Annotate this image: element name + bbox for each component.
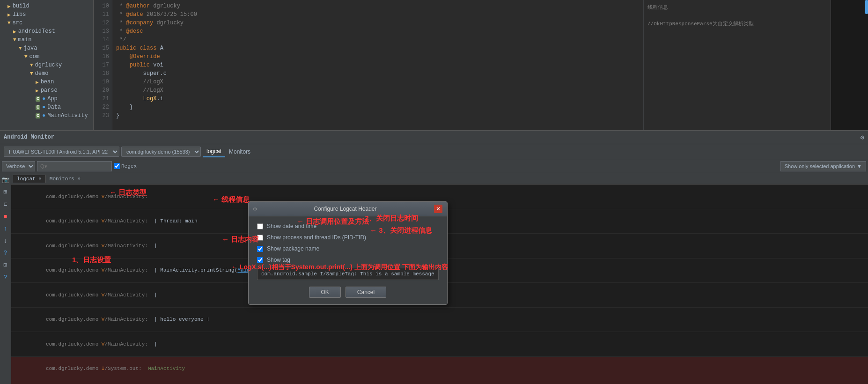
regex-label: Regex (114, 163, 137, 169)
code-editor: 10111213 14151617 18192021 2223 * @autho… (94, 0, 643, 130)
tab-monitors[interactable]: Monitors (225, 147, 254, 157)
log-tabs: logcat Monitors (203, 146, 254, 157)
log-line: com.dgrlucky.demo V/MainActivity: | hell… (11, 308, 868, 332)
show-tag-label: Show tag (267, 257, 290, 263)
tree-item-parse[interactable]: ▶ parse (0, 86, 93, 95)
search-input[interactable] (37, 161, 112, 171)
left-toolbar: 📷 ⊞ ⊏ ■ ↑ ↓ ? ⊡ ? (0, 173, 11, 384)
tree-item-data[interactable]: C ● Data (0, 103, 93, 111)
tree-item-src[interactable]: ▼ src (0, 19, 93, 27)
modal-option-1: Show date and time (257, 223, 439, 229)
modal-ok-button[interactable]: OK (309, 287, 340, 298)
stop-icon[interactable]: ■ (1, 212, 10, 221)
show-pid-checkbox[interactable] (257, 235, 263, 241)
app-selector[interactable]: com.dgrlucky.demo (15533) (121, 147, 201, 157)
log-line-system-1: com.dgrlucky.demo I/System.out: MainActi… (11, 357, 868, 382)
minimap (831, 0, 868, 130)
tree-item-java[interactable]: ▼ java (0, 44, 93, 52)
layout-icon[interactable]: ⊞ (1, 187, 10, 197)
tree-item-com[interactable]: ▼ com (0, 52, 93, 61)
device-toolbar: HUAWEI SCL-TL00H Android 5.1.1, API 22 c… (0, 144, 868, 159)
android-monitor-bar: Android Monitor ⚙ (0, 130, 868, 144)
file-tree: ▶ build ▶ libs ▼ src ▶ androidTest ▼ mai… (0, 0, 94, 130)
configure-logcat-dialog: ⚙ Configure Logcat Header ✕ Show date an… (248, 201, 448, 305)
code-content: * @author dgrlucky * @date 2016/3/25 15:… (112, 0, 643, 130)
modal-buttons: OK Cancel (257, 287, 439, 298)
tree-item-main[interactable]: ▼ main (0, 36, 93, 44)
regex-checkbox[interactable] (114, 163, 120, 169)
show-package-checkbox[interactable] (257, 246, 263, 252)
modal-body: Show date and time Show process and thre… (249, 216, 447, 304)
show-only-button[interactable]: Show only selected application ▼ (780, 161, 866, 171)
camera-icon[interactable]: 📷 (1, 175, 10, 185)
modal-title: Configure Logcat Header (314, 206, 376, 212)
verbose-select[interactable]: Verbose (2, 161, 35, 171)
tree-item-bean[interactable]: ▶ bean (0, 78, 93, 86)
modal-close-button[interactable]: ✕ (434, 205, 442, 213)
modal-option-3: Show package name (257, 245, 439, 252)
settings-icon[interactable]: ⊡ (1, 260, 10, 270)
tree-item-dgrlucky[interactable]: ▼ dgrlucky (0, 61, 93, 69)
monitor-title: Android Monitor (4, 134, 54, 140)
up-icon[interactable]: ↑ (1, 224, 10, 233)
gear-icon[interactable]: ⚙ (861, 133, 864, 141)
show-pid-label: Show process and thread IDs (PID-TID) (267, 234, 366, 241)
device-selector[interactable]: HUAWEI SCL-TL00H Android 5.1.1, API 22 (4, 147, 119, 157)
tree-item-demo[interactable]: ▼ demo (0, 69, 93, 78)
hierarchy-icon[interactable]: ⊏ (1, 199, 10, 209)
show-date-label: Show date and time (267, 223, 316, 229)
modal-cancel-button[interactable]: Cancel (346, 287, 386, 298)
line-numbers: 10111213 14151617 18192021 2223 (94, 0, 112, 130)
show-date-checkbox[interactable] (257, 223, 263, 229)
tree-item-mainactivity[interactable]: C ● MainActivity (0, 111, 93, 120)
tree-item-libs[interactable]: ▶ libs (0, 10, 93, 19)
down-icon[interactable]: ↓ (1, 236, 10, 245)
log-line-system-2: com.dgrlucky.demo I/System.out: => hello… (11, 381, 868, 384)
modal-header: ⚙ Configure Logcat Header ✕ (249, 202, 447, 216)
modal-option-4: Show tag (257, 257, 439, 263)
modal-preview: com.android.sample I/SampleTag: This is … (257, 268, 439, 280)
question-icon[interactable]: ? (1, 248, 10, 258)
dropdown-arrow-icon: ▼ (857, 163, 862, 169)
log-filter-toolbar: Verbose Regex Show only selected applica… (0, 159, 868, 173)
tree-item-androidtest[interactable]: ▶ androidTest (0, 27, 93, 36)
tab-logcat[interactable]: logcat (203, 146, 225, 157)
show-tag-checkbox[interactable] (257, 257, 263, 263)
modal-option-2: Show process and thread IDs (PID-TID) (257, 234, 439, 241)
show-package-label: Show package name (267, 245, 319, 252)
tree-item-app[interactable]: C ● App (0, 95, 93, 103)
monitors-tab[interactable]: Monitors × (46, 175, 84, 183)
log-line: com.dgrlucky.demo V/MainActivity: | (11, 332, 868, 357)
logcat-tab[interactable]: logcat × (13, 175, 46, 183)
tree-item-build[interactable]: ▶ build (0, 2, 93, 10)
help-icon[interactable]: ? (1, 273, 10, 282)
